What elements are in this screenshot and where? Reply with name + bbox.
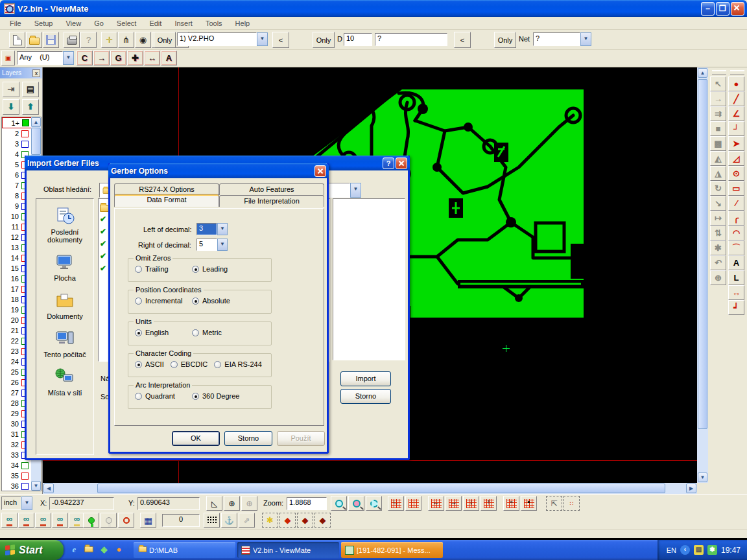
radio-button[interactable]	[192, 266, 199, 273]
menu-file[interactable]: File	[4, 18, 27, 29]
tab-auto-features[interactable]: Auto Features	[219, 183, 324, 195]
only-net-button[interactable]: Only	[494, 32, 516, 48]
tool-pattern-square[interactable]: ▩	[710, 136, 726, 151]
chevron-down-icon[interactable]: ▼	[21, 496, 32, 510]
chevron-down-icon[interactable]: ▼	[580, 32, 591, 46]
radio-button[interactable]	[135, 393, 142, 400]
dialog-close-button[interactable]	[396, 158, 407, 169]
tool-fill-square[interactable]: ■	[710, 121, 726, 136]
tool-transform[interactable]: ⊕	[710, 270, 726, 285]
scrollbar-thumb[interactable]	[31, 128, 41, 155]
dcode-input[interactable]: 10	[344, 33, 372, 46]
radio-button[interactable]	[135, 266, 142, 273]
tool-line-tool[interactable]: ╱	[728, 91, 744, 106]
button-select-trace[interactable]: ◆	[297, 513, 313, 528]
toolbar-button-target[interactable]: ✛	[101, 32, 117, 48]
menu-select[interactable]: Select	[111, 18, 143, 29]
tool-swap-layers[interactable]: ⇅	[710, 226, 726, 240]
menu-setup[interactable]: Setup	[29, 18, 59, 29]
layer-insert-button[interactable]: ⇥	[3, 82, 19, 97]
tool-curve-tool[interactable]: ⌒	[728, 240, 744, 255]
scroll-up-icon[interactable]: ▲	[698, 68, 707, 78]
probe-button[interactable]	[118, 513, 134, 528]
select-points-button[interactable]: ∷	[563, 496, 580, 511]
layer-swatch[interactable]	[21, 130, 29, 137]
radio-quadrant[interactable]: Quadrant	[135, 392, 192, 400]
button-grid-area[interactable]: ▫	[503, 496, 519, 511]
menu-tools[interactable]: Tools	[200, 18, 228, 29]
menu-edit[interactable]: Edit	[143, 18, 167, 29]
relative-origin-button[interactable]: ⊕	[241, 496, 257, 511]
tool-circle-tool[interactable]: ⊙	[728, 166, 744, 181]
menu-insert[interactable]: Insert	[169, 18, 198, 29]
layer-swatch[interactable]	[22, 119, 29, 126]
prev-layer-button[interactable]: <	[272, 32, 289, 48]
tool-select-cursor[interactable]: ↖	[710, 76, 726, 91]
folder-shortcut-icon[interactable]	[84, 544, 95, 555]
dcode-search-input[interactable]: ?	[375, 33, 447, 46]
button-pan-down[interactable]: ↓	[463, 496, 479, 511]
radio-absolute[interactable]: Absolute	[192, 297, 249, 305]
zoom-grid-button[interactable]	[348, 496, 364, 511]
notes-tray-icon[interactable]: ▤	[694, 545, 704, 555]
tool-arc-tool[interactable]: ◠	[728, 226, 744, 240]
chevron-down-icon[interactable]: ▼	[350, 183, 361, 198]
button-grid[interactable]	[405, 496, 421, 511]
snap-grid-button[interactable]	[204, 513, 220, 528]
radio-button[interactable]	[171, 361, 178, 368]
radio-button[interactable]	[135, 361, 142, 368]
radio-360-degree[interactable]: 360 Degree	[192, 392, 249, 400]
chevron-down-icon[interactable]: ▼	[217, 239, 228, 251]
menu-help[interactable]: Help	[230, 18, 256, 29]
layer-swatch[interactable]	[21, 462, 29, 469]
button-pan-up[interactable]: ↑	[480, 496, 497, 511]
vector-snap-button[interactable]: ⇗	[239, 513, 255, 528]
button-select-pad[interactable]: ◆	[279, 513, 296, 528]
zoom-window-button[interactable]	[366, 496, 382, 511]
only-layer-button[interactable]: Only	[154, 32, 176, 48]
toolbar-button-circle-aperture[interactable]: C	[77, 51, 93, 65]
new-file-button[interactable]	[9, 32, 25, 48]
tool-copy[interactable]: ⇉	[710, 106, 726, 121]
toolbar-button-draw-arrow[interactable]: →	[93, 51, 110, 65]
layers-close-button[interactable]: x	[32, 69, 40, 77]
button-pan-right[interactable]: →	[445, 496, 462, 511]
toolbar-button-flash[interactable]: ✚	[127, 51, 143, 65]
tool-triangle-tool[interactable]: ◿	[728, 151, 744, 166]
scroll-right-icon[interactable]: ▶	[686, 484, 696, 493]
tool-spike-tool[interactable]: ➤	[728, 136, 744, 151]
save-file-button[interactable]	[43, 32, 59, 48]
tool-mirror-right[interactable]: ◮	[710, 166, 726, 181]
tool-rect-tool[interactable]: ▭	[728, 181, 744, 196]
select-window-button[interactable]: ⇱	[546, 496, 562, 511]
tool-move-to[interactable]: ↦	[710, 211, 726, 226]
place-plocha[interactable]: Plocha	[36, 253, 93, 282]
scroll-up-icon[interactable]: ▲	[31, 117, 41, 127]
button-select-flash[interactable]: ✱	[262, 513, 278, 528]
tab-file-interpretation[interactable]: File Interpretation	[219, 195, 324, 207]
green-app-icon[interactable]: ◈	[99, 544, 110, 555]
tool-scale[interactable]: ↘	[710, 196, 726, 211]
button-pan-left[interactable]: ←	[428, 496, 444, 511]
import-button[interactable]: Import	[340, 371, 391, 386]
tool-settings-gear[interactable]: ✱	[710, 240, 726, 255]
tool-move[interactable]: →	[710, 91, 726, 106]
layer-down-button[interactable]: ⬇	[3, 99, 19, 115]
left-of-decimal-combo[interactable]: 3 ▼	[196, 223, 228, 235]
tool-bend-tool[interactable]: ┙	[728, 300, 744, 315]
layer-stack-button[interactable]: ▤	[22, 82, 39, 97]
place-místa-v-síti[interactable]: Místa v síti	[36, 368, 93, 397]
zoom-value-input[interactable]: 1.8868	[287, 497, 327, 510]
tool-corner-tool[interactable]: ┘	[728, 121, 744, 136]
button-grid-origin[interactable]: ∟	[388, 496, 404, 511]
radio-incremental[interactable]: Incremental	[135, 297, 192, 305]
layer-swatch[interactable]	[21, 141, 29, 148]
menu-go[interactable]: Go	[88, 18, 110, 29]
dialog-close-button[interactable]	[314, 165, 326, 177]
task--191-482-091-mess-[interactable]: [191-482-091] - Mess...	[341, 542, 443, 558]
toolbar-button-text-a[interactable]: A	[161, 51, 177, 65]
minimize-button[interactable]: –	[701, 2, 715, 16]
scroll-left-icon[interactable]: ◀	[43, 484, 54, 493]
context-help-button[interactable]: ?	[80, 32, 97, 48]
highlight-off-button[interactable]	[101, 513, 117, 528]
